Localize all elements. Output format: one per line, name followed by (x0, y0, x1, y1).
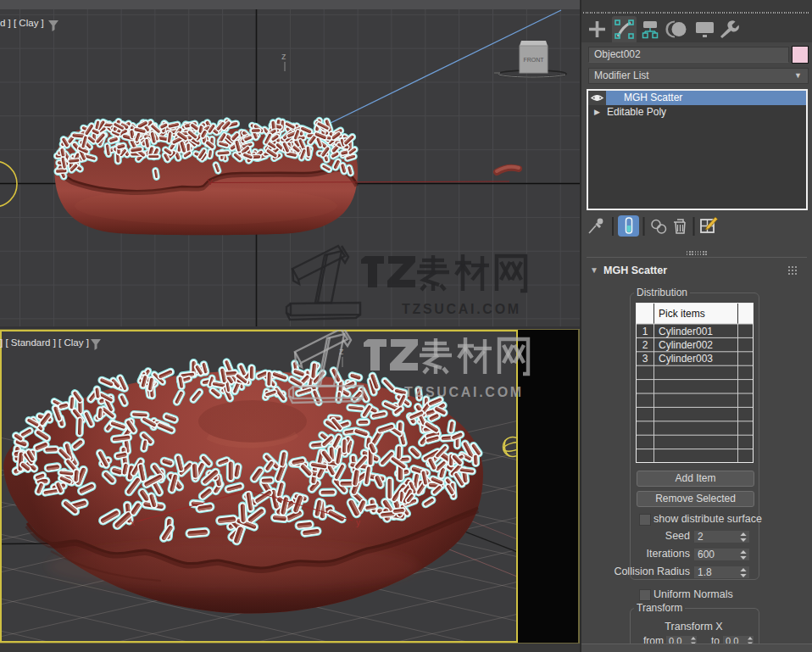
svg-text:x: x (131, 518, 135, 527)
svg-text:1: 1 (642, 326, 648, 337)
svg-text:z: z (339, 346, 344, 356)
svg-text:3: 3 (642, 353, 648, 365)
svg-text:TZSUCAI.COM: TZSUCAI.COM (402, 302, 521, 316)
svg-text:FRONT: FRONT (523, 57, 544, 63)
svg-text:Cylinder002: Cylinder002 (659, 339, 713, 351)
svg-text:z: z (281, 51, 286, 61)
svg-text:Cylinder003: Cylinder003 (659, 353, 713, 365)
svg-text:2: 2 (642, 339, 648, 351)
svg-text:Cylinder001: Cylinder001 (659, 326, 713, 337)
svg-text:y: y (356, 518, 360, 527)
svg-text:Pick items: Pick items (659, 308, 705, 320)
